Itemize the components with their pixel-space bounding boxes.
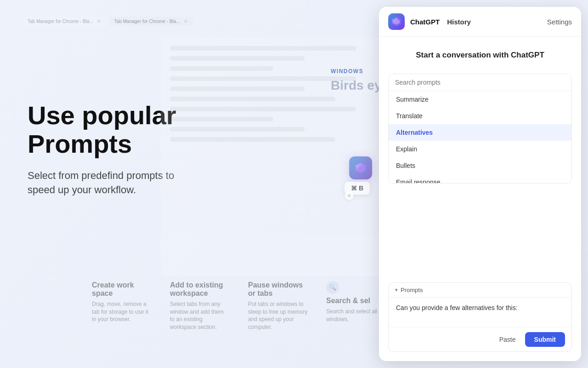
- feature-card-pause: Pause windows or tabs Put tabs or window…: [248, 281, 308, 331]
- feature-card-desc: Select tabs from any window and add them…: [170, 300, 230, 331]
- submit-button[interactable]: Submit: [525, 332, 565, 347]
- chevron-down-icon: ▾: [395, 287, 398, 293]
- prompt-item-alternatives[interactable]: Alternatives: [389, 124, 571, 141]
- prompt-item-explain[interactable]: Explain: [389, 141, 571, 157]
- feature-card-title: Create work space: [92, 281, 152, 298]
- feature-card-add-workspace: Add to existing workspace Select tabs fr…: [170, 281, 230, 331]
- shortcut-close-icon[interactable]: ✕: [345, 191, 354, 200]
- prompt-item-translate[interactable]: Translate: [389, 108, 571, 124]
- prompt-item-summarize[interactable]: Summarize: [389, 91, 571, 108]
- feature-cards: Create work space Drag, move, remove a t…: [92, 281, 386, 331]
- windows-label: WINDOWS: [331, 68, 363, 75]
- start-conversation-text: Start a conversation with ChatGPT: [379, 37, 581, 69]
- birds-eye-text: Birds ey: [331, 78, 382, 93]
- prompts-bar-label: Prompts: [401, 287, 423, 293]
- prompts-dropdown: Summarize Translate Alternatives Explain…: [388, 74, 572, 184]
- feature-card-title: Search & sel: [326, 297, 386, 305]
- nav-chatgpt[interactable]: ChatGPT: [410, 18, 440, 26]
- tab-1-label: Tab Manager for Chrome - Bla...: [28, 19, 93, 24]
- browser-tab-2[interactable]: Tab Manager for Chrome - Bla... ✕: [110, 17, 193, 26]
- feature-card-title: Pause windows or tabs: [248, 281, 308, 298]
- app-icon: [349, 156, 372, 179]
- browser-tab-1[interactable]: Tab Manager for Chrome - Bla... ✕: [23, 17, 106, 26]
- prompts-bar: ▾ Prompts: [389, 283, 571, 298]
- message-textarea[interactable]: Can you provide a few alternatives for t…: [389, 298, 571, 325]
- prompt-item-bullets[interactable]: Bullets: [389, 157, 571, 174]
- feature-card-desc: Put tabs or windows to sleep to free up …: [248, 300, 308, 331]
- mock-row: [170, 56, 305, 61]
- panel-nav: ChatGPT History: [410, 18, 542, 26]
- mock-row: [170, 66, 273, 71]
- feature-card-desc: Drag, move, remove a tab for storage to …: [92, 300, 152, 323]
- feature-card-search: 🔍 Search & sel Search and select all win…: [326, 281, 386, 331]
- message-input-area: ▾ Prompts Can you provide a few alternat…: [388, 282, 572, 352]
- feature-card-workspace: Create work space Drag, move, remove a t…: [92, 281, 152, 331]
- prompt-item-email-response[interactable]: Email response: [389, 174, 571, 183]
- mock-row: [170, 86, 305, 91]
- nav-history[interactable]: History: [447, 18, 471, 26]
- chatgpt-logo: [388, 13, 405, 30]
- feature-card-desc: Search and select all windows.: [326, 308, 386, 323]
- input-actions: Paste Submit: [389, 327, 571, 351]
- tab-1-close-icon[interactable]: ✕: [96, 18, 102, 24]
- nav-settings[interactable]: Settings: [547, 18, 572, 26]
- chatgpt-logo-icon: [391, 16, 402, 27]
- mock-row: [170, 76, 356, 81]
- chatgpt-panel: ChatGPT History Settings Start a convers…: [379, 7, 581, 361]
- panel-header: ChatGPT History Settings: [379, 7, 581, 37]
- app-icon-inner: [356, 163, 366, 173]
- tab-2-label: Tab Manager for Chrome - Bla...: [114, 19, 180, 24]
- mock-row: [170, 107, 356, 111]
- mock-row: [170, 97, 335, 101]
- feature-card-title: Add to existing workspace: [170, 281, 230, 298]
- panel-body: Start a conversation with ChatGPT Summar…: [379, 37, 581, 361]
- mock-row: [170, 117, 273, 121]
- mock-row: [170, 127, 305, 132]
- mock-row: [170, 137, 335, 142]
- search-icon: 🔍: [326, 281, 339, 294]
- shortcut-key: B: [359, 184, 363, 192]
- cmd-icon: ⌘: [351, 185, 357, 192]
- prompts-list: Summarize Translate Alternatives Explain…: [389, 91, 571, 183]
- paste-button[interactable]: Paste: [495, 333, 520, 346]
- tab-2-close-icon[interactable]: ✕: [183, 18, 188, 24]
- mock-row: [170, 46, 356, 51]
- search-prompts-input[interactable]: [389, 74, 571, 91]
